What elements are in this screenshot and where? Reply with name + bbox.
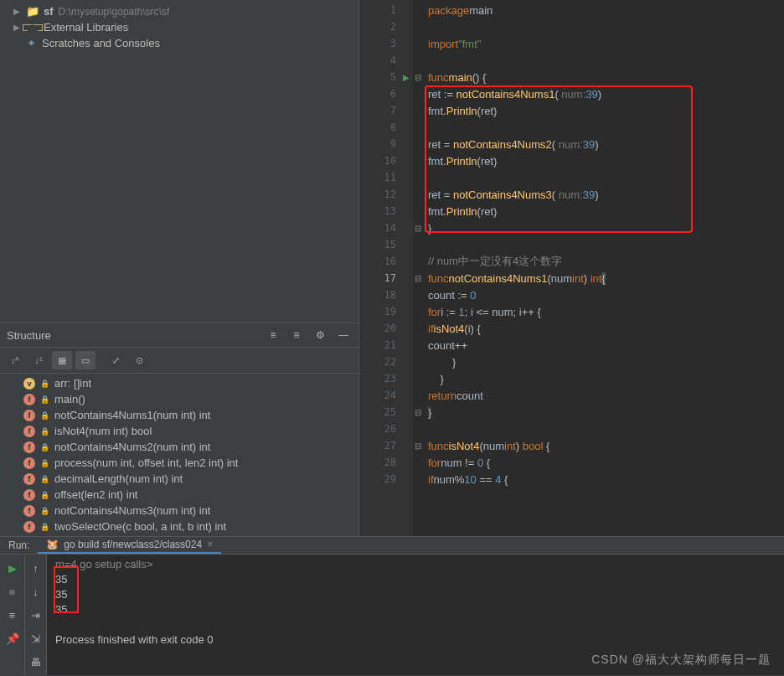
code-line[interactable]: package main: [428, 2, 784, 18]
gutter-line[interactable]: 25⊟: [359, 404, 413, 421]
stop-icon[interactable]: ■: [4, 583, 21, 600]
arrow-down-icon[interactable]: ↓: [28, 583, 44, 600]
gutter-line[interactable]: 7: [359, 102, 413, 119]
code-line[interactable]: if isNot4(i) {: [428, 320, 784, 337]
gutter-line[interactable]: 3: [359, 35, 413, 52]
code-line[interactable]: func notContains4Nums1(num int) int {: [428, 270, 784, 286]
toggle-methods-icon[interactable]: ▭: [75, 351, 95, 369]
toggle-fields-icon[interactable]: ▦: [52, 351, 72, 369]
structure-item[interactable]: f🔒twoSelectOne(c bool, a int, b int) int: [0, 519, 358, 534]
gutter-line[interactable]: 16: [359, 253, 413, 270]
minimize-icon[interactable]: —: [335, 327, 352, 343]
code-line[interactable]: ret = notContains4Nums2( num: 39): [428, 136, 784, 152]
code-line[interactable]: for i := 1; i <= num; i++ {: [428, 303, 784, 320]
gutter-line[interactable]: 21: [359, 337, 413, 353]
gutter-line[interactable]: 1: [359, 2, 413, 18]
code-line[interactable]: }: [428, 219, 784, 236]
run-gutter-icon[interactable]: ▶: [403, 73, 410, 82]
gutter-line[interactable]: 10: [359, 152, 413, 169]
play-icon[interactable]: ▶: [4, 560, 21, 576]
structure-item[interactable]: f🔒main(): [0, 391, 358, 407]
code-line[interactable]: func isNot4(num int) bool {: [428, 437, 784, 454]
fold-icon[interactable]: ⊟: [415, 73, 421, 82]
project-root[interactable]: ▶ 📁 sf D:\mysetup\gopath\src\sf: [0, 3, 358, 19]
fold-icon[interactable]: ⊟: [415, 408, 421, 417]
gutter-line[interactable]: 2: [359, 18, 413, 35]
fold-icon[interactable]: ⊟: [415, 441, 421, 451]
fold-icon[interactable]: ⊟: [415, 224, 421, 233]
pin-icon[interactable]: 📌: [4, 630, 21, 647]
gutter-line[interactable]: 20: [359, 320, 413, 337]
code-line[interactable]: fmt.Println(ret): [428, 203, 784, 219]
code-line[interactable]: [428, 236, 784, 253]
code-area[interactable]: package mainimport "fmt"func main() { re…: [413, 0, 784, 536]
structure-item[interactable]: f🔒offset(len2 int) int: [0, 487, 358, 503]
indent-right-icon[interactable]: ≡: [288, 327, 305, 343]
code-line[interactable]: [428, 421, 784, 437]
gutter-line[interactable]: 8: [359, 119, 413, 136]
sort-alpha-desc-icon[interactable]: ↓ᶻ: [28, 351, 49, 369]
structure-item[interactable]: v🔒arr: []int: [0, 375, 358, 391]
gutter-line[interactable]: 18: [359, 286, 413, 303]
gutter-line[interactable]: 22: [359, 353, 413, 370]
wrap-icon[interactable]: ⇥: [28, 606, 44, 623]
code-line[interactable]: func main() {: [428, 69, 784, 85]
gutter-line[interactable]: 17⊟: [359, 270, 413, 286]
gutter-line[interactable]: 27⊟: [359, 437, 413, 454]
code-line[interactable]: count := 0: [428, 286, 784, 303]
code-line[interactable]: [428, 18, 784, 35]
code-line[interactable]: [428, 52, 784, 69]
print-icon[interactable]: 🖶: [28, 653, 44, 670]
gutter-line[interactable]: 4: [359, 52, 413, 69]
arrow-up-icon[interactable]: ↑: [28, 560, 44, 576]
expand-icon[interactable]: ⤢: [106, 351, 126, 369]
gutter-line[interactable]: 9: [359, 136, 413, 152]
gutter-line[interactable]: 5▶⊟: [359, 69, 413, 85]
code-line[interactable]: return count: [428, 387, 784, 404]
layout-icon[interactable]: ≡: [4, 606, 21, 623]
gutter-line[interactable]: 13: [359, 203, 413, 219]
code-line[interactable]: ret := notContains4Nums1( num: 39): [428, 85, 784, 102]
scratches-consoles[interactable]: ✦ Scratches and Consoles: [0, 35, 358, 51]
gutter-line[interactable]: 15: [359, 236, 413, 253]
indent-left-icon[interactable]: ≡: [265, 327, 281, 343]
code-line[interactable]: fmt.Println(ret): [428, 102, 784, 119]
code-line[interactable]: }: [428, 404, 784, 421]
structure-item[interactable]: f🔒decimalLength(num int) int: [0, 471, 358, 487]
code-line[interactable]: [428, 169, 784, 186]
scroll-icon[interactable]: ⇲: [28, 630, 44, 647]
structure-item[interactable]: f🔒isNot4(num int) bool: [0, 423, 358, 439]
code-line[interactable]: }: [428, 353, 784, 370]
gutter-line[interactable]: 23: [359, 370, 413, 387]
close-icon[interactable]: ×: [207, 539, 213, 550]
structure-item[interactable]: f🔒notContains4Nums1(num int) int: [0, 407, 358, 423]
gear-icon[interactable]: ⚙: [312, 327, 328, 343]
code-line[interactable]: count++: [428, 337, 784, 353]
code-line[interactable]: for num != 0 {: [428, 454, 784, 471]
sort-alpha-asc-icon[interactable]: ↓ᴬ: [5, 351, 25, 369]
code-editor[interactable]: 12345▶⊟67891011121314⊟151617⊟18192021222…: [359, 0, 784, 536]
code-line[interactable]: if num%10 == 4 {: [428, 471, 784, 488]
gutter-line[interactable]: 19: [359, 303, 413, 320]
code-line[interactable]: ret = notContains4Nums3( num: 39): [428, 186, 784, 203]
structure-item[interactable]: f🔒process(num int, offset int, len2 int)…: [0, 455, 358, 471]
code-line[interactable]: // num中一定没有4这个数字: [428, 253, 784, 270]
gutter-line[interactable]: 12: [359, 186, 413, 203]
structure-item[interactable]: f🔒notContains4Nums2(num int) int: [0, 439, 358, 455]
code-line[interactable]: }: [428, 370, 784, 387]
autoscroll-icon[interactable]: ⊙: [129, 351, 149, 369]
gutter-line[interactable]: 26: [359, 421, 413, 437]
code-line[interactable]: import "fmt": [428, 35, 784, 52]
gutter-line[interactable]: 28: [359, 454, 413, 471]
run-tab[interactable]: 🐹 go build sf/newclass2/class024 ×: [38, 537, 221, 554]
gutter-line[interactable]: 29: [359, 471, 413, 488]
code-line[interactable]: [428, 119, 784, 136]
fold-icon[interactable]: ⊟: [415, 274, 421, 283]
code-line[interactable]: fmt.Println(ret): [428, 152, 784, 169]
gutter-line[interactable]: 11: [359, 169, 413, 186]
gutter-line[interactable]: 24: [359, 387, 413, 404]
gutter-line[interactable]: 14⊟: [359, 219, 413, 236]
gutter-line[interactable]: 6: [359, 85, 413, 102]
external-libraries[interactable]: ▶ ⫍⫎ External Libraries: [0, 19, 358, 35]
structure-item[interactable]: f🔒notContains4Nums3(num int) int: [0, 503, 358, 519]
